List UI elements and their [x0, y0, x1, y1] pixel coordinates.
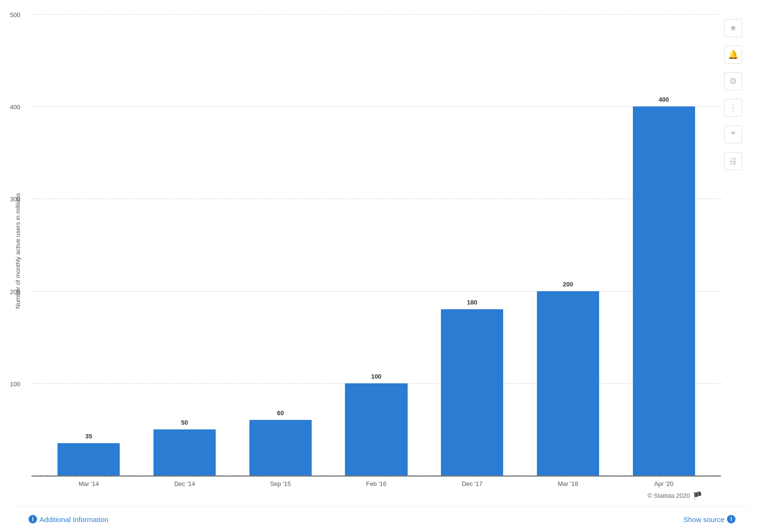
- info-icon-right: i: [727, 515, 735, 523]
- y-tick-label-500: 500: [10, 11, 20, 19]
- bar-group-mar14: 35: [41, 14, 137, 475]
- bar-group-apr20: 400: [616, 14, 712, 475]
- y-tick-label-200: 200: [10, 288, 20, 295]
- bar-value-apr20: 400: [659, 96, 669, 103]
- additional-info-link[interactable]: i Additional Information: [29, 515, 108, 523]
- credit-text: © Statista 2020: [648, 492, 690, 499]
- statista-credit: © Statista 2020 🏴: [14, 487, 750, 501]
- bar-value-feb16: 100: [371, 373, 382, 380]
- bar-sep15[interactable]: 60: [249, 420, 312, 475]
- chart-with-yaxis: Number of monthly active users in millio…: [14, 14, 721, 487]
- y-tick-label-400: 400: [10, 104, 20, 111]
- bar-feb16[interactable]: 100: [345, 383, 407, 475]
- show-source-link[interactable]: Show source i: [683, 515, 735, 523]
- grid-line-0: [31, 475, 721, 476]
- chart-inner: 500400300200100 355060100180200400 Mar '…: [31, 14, 721, 487]
- x-label-mar18: Mar '18: [520, 480, 616, 487]
- bar-value-sep15: 60: [277, 409, 284, 417]
- bar-apr20[interactable]: 400: [633, 106, 695, 475]
- bar-mar14[interactable]: 35: [57, 443, 120, 475]
- info-icon-left: i: [29, 515, 37, 523]
- bar-value-dec17: 180: [467, 299, 478, 306]
- x-axis-labels: Mar '14Dec '14Sep '15Feb '16Dec '17Mar '…: [31, 480, 721, 487]
- x-label-dec17: Dec '17: [424, 480, 520, 487]
- y-tick-label-100: 100: [10, 380, 20, 387]
- x-label-apr20: Apr '20: [616, 480, 712, 487]
- chart-area: Number of monthly active users in millio…: [14, 14, 721, 487]
- bar-value-dec14: 50: [181, 419, 188, 426]
- bar-group-dec14: 50: [137, 14, 233, 475]
- gear-icon[interactable]: ⚙: [724, 72, 742, 90]
- bell-icon[interactable]: 🔔: [724, 46, 742, 64]
- bars-row: 355060100180200400: [31, 14, 721, 475]
- y-axis-label: Number of monthly active users in millio…: [14, 14, 28, 487]
- x-label-sep15: Sep '15: [232, 480, 328, 487]
- footer-bar: i Additional Information Show source i: [14, 506, 750, 532]
- bar-group-feb16: 100: [328, 14, 424, 475]
- x-label-feb16: Feb '16: [328, 480, 424, 487]
- flag-icon: 🏴: [693, 491, 702, 500]
- star-icon[interactable]: ★: [724, 19, 742, 37]
- chart-container: Number of monthly active users in millio…: [0, 0, 764, 487]
- bar-group-mar18: 200: [520, 14, 616, 475]
- bar-dec17[interactable]: 180: [441, 309, 503, 475]
- x-label-dec14: Dec '14: [137, 480, 233, 487]
- sidebar-icons: ★🔔⚙⋮❝🖨: [721, 14, 750, 487]
- bar-group-sep15: 60: [232, 14, 328, 475]
- show-source-label: Show source: [683, 515, 725, 523]
- y-tick-label-300: 300: [10, 196, 20, 203]
- bar-mar18[interactable]: 200: [537, 291, 599, 475]
- quote-icon[interactable]: ❝: [724, 125, 742, 143]
- share-icon[interactable]: ⋮: [724, 99, 742, 117]
- x-label-mar14: Mar '14: [41, 480, 137, 487]
- chart-plot: 500400300200100 355060100180200400: [31, 14, 721, 476]
- bar-group-dec17: 180: [424, 14, 520, 475]
- bar-dec14[interactable]: 50: [153, 429, 216, 475]
- bar-value-mar18: 200: [563, 281, 573, 288]
- additional-info-label: Additional Information: [39, 515, 108, 523]
- bar-value-mar14: 35: [86, 433, 92, 440]
- print-icon[interactable]: 🖨: [724, 152, 742, 170]
